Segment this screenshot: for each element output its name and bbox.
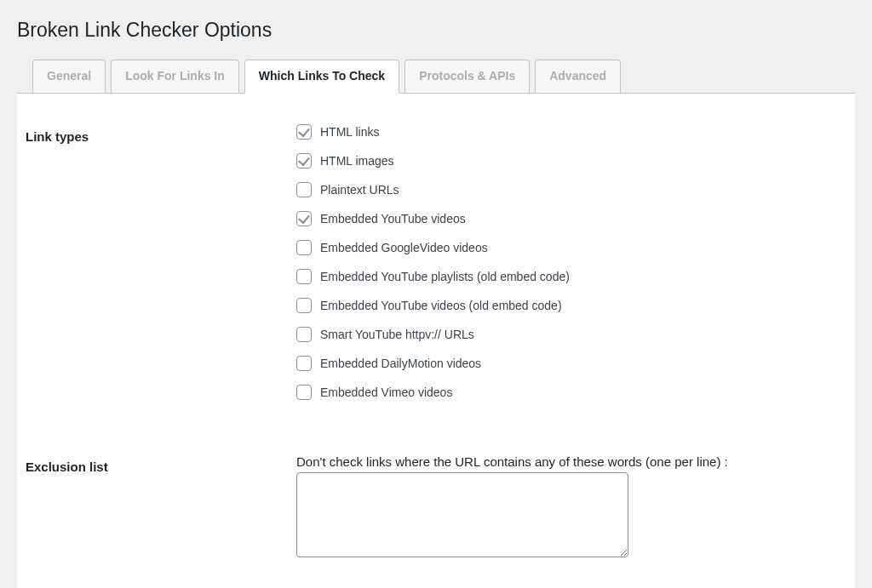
- link-type-checkbox[interactable]: [296, 153, 312, 168]
- tab-protocols-apis[interactable]: Protocols & APIs: [404, 60, 530, 93]
- link-type-checkbox[interactable]: [296, 385, 312, 400]
- link-type-label[interactable]: Embedded YouTube playlists (old embed co…: [320, 269, 570, 284]
- link-type-checkbox[interactable]: [296, 269, 312, 284]
- link-type-checkbox[interactable]: [296, 327, 312, 342]
- settings-panel: Link types HTML linksHTML imagesPlaintex…: [17, 94, 855, 588]
- link-type-label[interactable]: Embedded YouTube videos: [320, 211, 466, 226]
- link-type-row: Plaintext URLs: [296, 182, 840, 197]
- page-title: Broken Link Checker Options: [17, 11, 855, 45]
- link-type-checkbox[interactable]: [296, 124, 312, 140]
- link-type-label[interactable]: Embedded DailyMotion videos: [320, 356, 481, 371]
- link-type-label[interactable]: Embedded Vimeo videos: [320, 385, 452, 400]
- link-type-label[interactable]: Embedded GoogleVideo videos: [320, 240, 488, 255]
- exclusion-heading: Exclusion list: [24, 444, 288, 577]
- link-types-cell: HTML linksHTML imagesPlaintext URLsEmbed…: [288, 114, 848, 417]
- link-type-row: HTML links: [296, 124, 840, 140]
- exclusion-textarea[interactable]: [296, 472, 628, 557]
- tab-bar: GeneralLook For Links InWhich Links To C…: [17, 59, 855, 94]
- link-type-checkbox[interactable]: [296, 211, 312, 226]
- link-type-row: Embedded GoogleVideo videos: [296, 240, 840, 255]
- link-type-row: Embedded YouTube videos: [296, 211, 840, 226]
- link-type-row: Smart YouTube httpv:// URLs: [296, 327, 840, 342]
- link-type-label[interactable]: HTML links: [320, 124, 380, 140]
- link-type-checkbox[interactable]: [296, 356, 312, 371]
- link-types-heading: Link types: [24, 114, 288, 417]
- link-type-row: Embedded DailyMotion videos: [296, 356, 840, 371]
- link-type-label[interactable]: Smart YouTube httpv:// URLs: [320, 327, 474, 342]
- link-type-label[interactable]: Embedded YouTube videos (old embed code): [320, 298, 562, 313]
- link-type-checkbox[interactable]: [296, 182, 312, 197]
- link-type-row: HTML images: [296, 153, 840, 168]
- link-type-row: Embedded YouTube playlists (old embed co…: [296, 269, 840, 284]
- link-type-row: Embedded Vimeo videos: [296, 385, 840, 400]
- tab-look-for-links-in[interactable]: Look For Links In: [111, 60, 239, 93]
- link-type-checkbox[interactable]: [296, 240, 312, 255]
- tab-which-links-to-check[interactable]: Which Links To Check: [244, 60, 399, 94]
- link-type-row: Embedded YouTube videos (old embed code): [296, 298, 840, 313]
- link-type-checkbox[interactable]: [296, 298, 312, 313]
- link-type-label[interactable]: HTML images: [320, 153, 394, 168]
- tab-advanced[interactable]: Advanced: [535, 60, 621, 93]
- tab-general[interactable]: General: [32, 60, 106, 93]
- exclusion-description: Don't check links where the URL contains…: [296, 454, 840, 469]
- link-type-label[interactable]: Plaintext URLs: [320, 182, 399, 197]
